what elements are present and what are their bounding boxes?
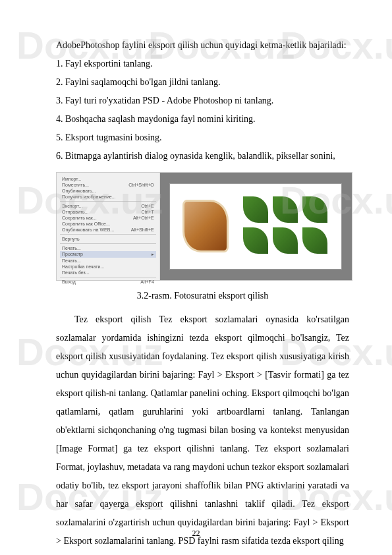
menu-item: Печать... (60, 258, 156, 264)
step-3: 3. Fayl turi ro'yxatidan PSD - Adobe Pho… (56, 92, 349, 110)
menu-item: Импорт... (60, 176, 156, 182)
menu-item: Сохранить как...Alt+Ctrl+E (60, 215, 156, 221)
menu-item: Поместить...Ctrl+Shift+O (60, 182, 156, 188)
menu-panel: Импорт... Поместить...Ctrl+Shift+O Опубл… (57, 173, 160, 280)
menu-item: Сохранить как Office... (60, 221, 156, 227)
leaf-icon (243, 196, 268, 223)
leaf-icon (302, 196, 327, 223)
menu-item: Получить изображение... (60, 194, 156, 200)
leaf-icon (273, 196, 298, 223)
body-paragraph: Tez eksport qilish Tez eksport sozlamala… (56, 310, 349, 550)
autumn-leaf-image (182, 200, 229, 252)
menu-item: Печать без... (60, 270, 156, 276)
menu-item: Настройка печати... (60, 264, 156, 270)
step-2: 2. Faylni saqlamoqchi bo'lgan jildni tan… (56, 73, 349, 92)
step-4: 4. Boshqacha saqlash maydoniga fayl nomi… (56, 110, 349, 129)
step-5: 5. Eksport tugmasini bosing. (56, 129, 349, 147)
menu-item: Вернуть (60, 236, 156, 242)
page-content: AdobePhotoshop faylini eksport qilish uc… (0, 0, 392, 555)
screenshot-figure: Импорт... Поместить...Ctrl+Shift+O Опубл… (56, 172, 352, 281)
menu-item: Опубликовать... (60, 188, 156, 194)
menu-item: ВыходAlt+F4 (60, 279, 156, 285)
figure-caption: 3.2-rasm. Fotosuratni eksport qilish (56, 287, 349, 304)
leaf-icon (302, 227, 327, 254)
intro-text: AdobePhotoshop faylini eksport qilish uc… (56, 36, 349, 55)
menu-item: Экспорт...Ctrl+E (60, 203, 156, 209)
green-leaves-image (243, 196, 329, 256)
menu-item: Отправить...Ctrl+T (60, 209, 156, 215)
leaf-icon (243, 227, 268, 254)
canvas-area (160, 173, 352, 280)
menu-item: Печать... (60, 245, 156, 251)
step-1: 1. Fayl eksportini tanlang. (56, 55, 349, 73)
leaf-icon (273, 227, 298, 254)
step-6: 6. Bitmapga aylantirish dialog oynasida … (56, 147, 349, 165)
menu-item: Просмотр▸ (60, 251, 156, 258)
menu-item: Опубликовать на WEB...Alt+Shift+E (60, 227, 156, 233)
image-canvas (169, 183, 342, 269)
